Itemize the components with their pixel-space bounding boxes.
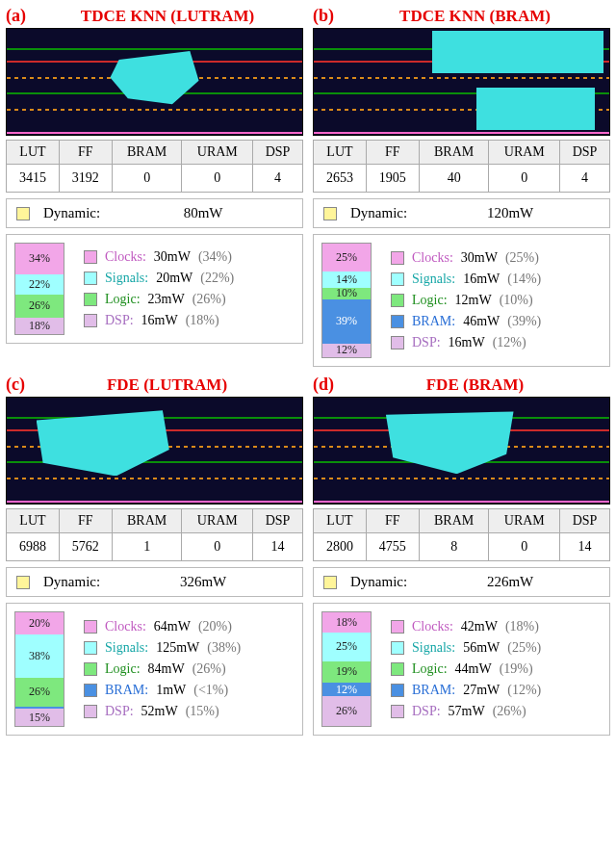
td-dsp: 4	[560, 165, 610, 193]
power-pct: (26%)	[493, 704, 526, 719]
panel-tag: (a)	[6, 6, 26, 26]
power-val: 20mW	[156, 271, 192, 286]
power-row: BRAM: 46mW (39%)	[391, 314, 541, 329]
power-stack-seg: 22%	[15, 274, 64, 295]
panel-d: (d) FDE (BRAM) LUT FF BRAM URAM DSP 2800…	[313, 375, 610, 736]
power-val: 52mW	[141, 704, 178, 719]
power-row: BRAM: 1mW (<1%)	[84, 683, 241, 698]
td-dsp: 14	[253, 533, 303, 561]
td-bram: 40	[419, 165, 489, 193]
power-name: DSP:	[412, 704, 441, 719]
td-ff: 1905	[366, 165, 419, 193]
power-row: Logic: 44mW (19%)	[391, 661, 541, 677]
power-legend: Clocks: 42mW (18%) Signals: 56mW (25%) L…	[391, 619, 541, 719]
power-pct: (15%)	[186, 704, 219, 719]
legend-swatch	[391, 251, 404, 265]
td-dsp: 4	[253, 165, 303, 193]
power-pct: (14%)	[507, 272, 541, 287]
power-legend: Clocks: 30mW (25%) Signals: 16mW (14%) L…	[391, 250, 541, 350]
th-dsp: DSP	[253, 141, 303, 165]
panel-title: FDE (BRAM)	[340, 375, 610, 395]
dynamic-label: Dynamic:	[43, 205, 100, 221]
panel-b: (b) TDCE KNN (BRAM) LUT FF BRAM URAM DSP…	[313, 6, 610, 367]
th-ff: FF	[59, 509, 112, 533]
power-pct: (34%)	[198, 249, 232, 265]
power-name: Logic:	[412, 293, 448, 308]
power-name: Signals:	[105, 271, 148, 286]
th-dsp: DSP	[560, 509, 610, 533]
power-row: Clocks: 30mW (25%)	[391, 250, 541, 266]
legend-swatch	[84, 314, 97, 327]
power-val: 46mW	[463, 314, 500, 329]
power-row: BRAM: 27mW (12%)	[391, 683, 541, 698]
legend-swatch	[391, 620, 404, 634]
power-val: 44mW	[455, 661, 492, 677]
th-ff: FF	[59, 141, 112, 165]
power-val: 23mW	[148, 292, 185, 307]
th-bram: BRAM	[112, 509, 182, 533]
dynamic-swatch	[323, 207, 337, 220]
power-row: Clocks: 30mW (34%)	[84, 249, 234, 265]
legend-swatch	[391, 272, 404, 286]
power-pct: (39%)	[507, 314, 541, 329]
td-ff: 4755	[366, 533, 419, 561]
th-bram: BRAM	[419, 141, 489, 165]
power-pct: (12%)	[507, 683, 541, 698]
td-lut: 2653	[314, 165, 367, 193]
panel-title: TDCE KNN (LUTRAM)	[32, 7, 303, 26]
power-val: 1mW	[156, 683, 186, 698]
power-val: 16mW	[449, 335, 485, 350]
power-stack-seg: 25%	[322, 633, 371, 660]
th-dsp: DSP	[253, 509, 303, 533]
power-row: Signals: 125mW (38%)	[84, 640, 241, 656]
legend-swatch	[391, 705, 404, 718]
legend-swatch	[84, 293, 97, 306]
power-pct: (20%)	[198, 619, 232, 634]
power-row: Signals: 56mW (25%)	[391, 640, 541, 656]
power-stack-seg: 25%	[322, 244, 371, 272]
power-name: Clocks:	[105, 249, 146, 265]
power-stack: 20%38%26%15%	[14, 611, 64, 727]
resource-table: LUT FF BRAM URAM DSP 3415 3192 0 0 4	[6, 140, 303, 193]
resource-table: LUT FF BRAM URAM DSP 2800 4755 8 0 14	[313, 508, 610, 561]
power-stack-seg: 34%	[15, 244, 64, 274]
power-name: BRAM:	[412, 314, 455, 329]
dynamic-value: 120mW	[487, 205, 533, 221]
power-stack-seg: 26%	[15, 678, 64, 707]
power-breakdown: 20%38%26%15% Clocks: 64mW (20%) Signals:…	[6, 603, 303, 736]
power-row: DSP: 52mW (15%)	[84, 704, 241, 719]
dynamic-swatch	[16, 207, 30, 220]
td-bram: 8	[419, 533, 489, 561]
power-pct: (18%)	[186, 313, 219, 328]
dynamic-power-line: Dynamic: 326mW	[6, 567, 303, 597]
power-legend: Clocks: 30mW (34%) Signals: 20mW (22%) L…	[84, 249, 234, 328]
power-stack-seg: 38%	[15, 634, 64, 677]
th-uram: URAM	[489, 141, 560, 165]
td-uram: 0	[489, 165, 560, 193]
power-val: 84mW	[148, 661, 185, 677]
th-ff: FF	[366, 141, 419, 165]
power-pct: (19%)	[500, 661, 533, 677]
power-stack-seg: 39%	[322, 299, 371, 344]
legend-swatch	[391, 315, 404, 328]
td-dsp: 14	[560, 533, 610, 561]
th-dsp: DSP	[560, 141, 610, 165]
td-uram: 0	[182, 165, 253, 193]
power-breakdown: 34%22%26%18% Clocks: 30mW (34%) Signals:…	[6, 234, 303, 344]
panel-a: (a) TDCE KNN (LUTRAM) LUT FF BRAM URAM D…	[6, 6, 303, 367]
dynamic-power-line: Dynamic: 120mW	[313, 198, 610, 228]
th-lut: LUT	[7, 141, 60, 165]
legend-swatch	[84, 620, 97, 634]
power-val: 64mW	[154, 619, 191, 634]
power-val: 125mW	[156, 640, 199, 656]
power-name: Logic:	[412, 661, 448, 677]
power-row: Signals: 16mW (14%)	[391, 272, 541, 287]
power-name: Signals:	[105, 640, 148, 656]
power-row: Logic: 12mW (10%)	[391, 293, 541, 308]
power-name: BRAM:	[105, 683, 148, 698]
power-row: Clocks: 42mW (18%)	[391, 619, 541, 634]
power-name: DSP:	[412, 335, 441, 350]
legend-swatch	[391, 684, 404, 697]
td-lut: 6988	[7, 533, 60, 561]
power-stack-seg: 26%	[15, 295, 64, 318]
